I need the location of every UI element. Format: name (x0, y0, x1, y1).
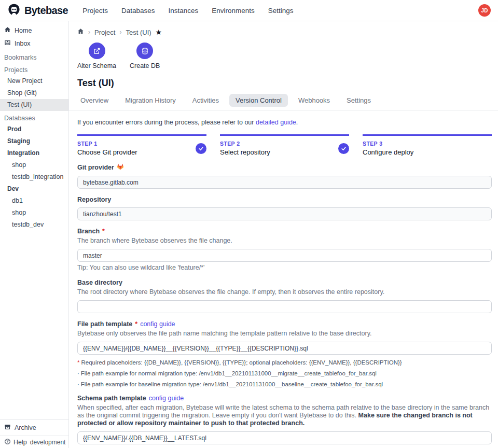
breadcrumb-separator: › (119, 29, 121, 36)
sidebar-db-db1[interactable]: db1 (0, 195, 68, 207)
tab-version-control[interactable]: Version Control (229, 94, 288, 107)
help-button[interactable]: Help (4, 438, 27, 446)
sidebar-section-bookmarks: Bookmarks (0, 50, 68, 63)
tab-settings[interactable]: Settings (340, 94, 377, 107)
favorite-star-icon[interactable]: ★ (156, 28, 162, 36)
breadcrumb-separator: › (88, 29, 90, 36)
archive-icon (4, 424, 11, 432)
sidebar-item-new-project[interactable]: New Project (0, 75, 68, 87)
schema-path-template-input[interactable] (77, 431, 492, 444)
branch-tip: Tip: You can also use wildcard like 'fea… (77, 264, 492, 272)
check-circle-icon (196, 143, 206, 154)
git-provider-field: Git provider (77, 163, 492, 189)
quick-actions: Alter Schema Create DB (69, 36, 498, 69)
repository-input[interactable] (77, 207, 492, 220)
sidebar-item-home[interactable]: Home (0, 24, 68, 37)
sidebar-item-archive[interactable]: Archive (0, 419, 68, 436)
sidebar-db-shop-dev[interactable]: shop (0, 207, 68, 219)
file-path-note-required: *Required placeholders: {{DB_NAME}}, {{V… (77, 359, 492, 366)
sidebar-db-testdb-dev[interactable]: testdb_dev (0, 219, 68, 231)
nav-link-environments[interactable]: Environments (212, 7, 255, 15)
schema-path-template-field: Schema path template config guide When s… (77, 395, 492, 448)
file-path-template-input[interactable] (77, 342, 492, 355)
breadcrumb-project-link[interactable]: Project (94, 29, 115, 36)
base-directory-input[interactable] (77, 300, 492, 313)
gitlab-icon (117, 163, 124, 172)
alter-schema-button[interactable]: Alter Schema (77, 43, 116, 69)
sidebar-section-projects: Projects (0, 63, 68, 75)
breadcrumb-home-icon[interactable] (77, 28, 84, 36)
edit-icon (89, 43, 105, 59)
help-icon (4, 438, 11, 446)
nav-link-databases[interactable]: Databases (121, 7, 155, 15)
sidebar-item-shop-git[interactable]: Shop (Git) (0, 87, 68, 99)
file-path-note-example-1: ·File path example for normal migration … (77, 370, 492, 376)
top-navbar: Bytebase Projects Databases Instances En… (0, 0, 498, 21)
sidebar-item-inbox[interactable]: Inbox (0, 37, 68, 50)
sidebar-db-shop-integration[interactable]: shop (0, 159, 68, 171)
tab-bar: Overview Migration History Activities Ve… (69, 89, 498, 110)
inbox-icon (4, 39, 11, 48)
nav-links: Projects Databases Instances Environment… (82, 7, 293, 15)
sidebar-section-databases: Databases (0, 111, 68, 123)
repository-field: Repository (77, 196, 492, 220)
database-icon (136, 43, 153, 59)
breadcrumb-current[interactable]: Test (UI) (126, 29, 151, 36)
branch-field: Branch * The branch where Bytebase obser… (77, 228, 492, 272)
bytebase-logo[interactable]: Bytebase (7, 3, 68, 18)
sidebar-env-dev[interactable]: Dev (0, 183, 68, 195)
nav-link-instances[interactable]: Instances (168, 7, 198, 15)
main-content: › Project › Test (UI) ★ Alter Schema Cre… (69, 21, 498, 448)
bytebase-logo-icon (7, 3, 21, 18)
file-path-template-field: File path template * config guide Byteba… (77, 320, 492, 387)
tab-overview[interactable]: Overview (74, 94, 115, 107)
version-control-panel: If you encounter errors during the proce… (69, 110, 498, 448)
check-circle-icon (338, 143, 349, 154)
file-path-note-example-2: ·File path example for baseline migratio… (77, 381, 492, 387)
page-title: Test (UI) (69, 69, 498, 89)
sidebar-db-testdb-integration[interactable]: testdb_integration (0, 171, 68, 183)
stepper: STEP 1 Choose Git provider STEP 2 Select… (77, 134, 492, 156)
sidebar-env-staging[interactable]: Staging (0, 135, 68, 147)
detailed-guide-link[interactable]: detailed guide (256, 119, 296, 126)
error-notice: If you encounter errors during the proce… (77, 119, 492, 126)
tab-migration-history[interactable]: Migration History (119, 94, 182, 107)
sidebar-env-integration[interactable]: Integration (0, 147, 68, 159)
breadcrumb: › Project › Test (UI) ★ (69, 21, 498, 36)
sidebar-env-prod[interactable]: Prod (0, 123, 68, 135)
tab-activities[interactable]: Activities (186, 94, 225, 107)
home-icon (4, 26, 11, 35)
base-directory-field: Base directory The root directory where … (77, 279, 492, 313)
user-avatar[interactable]: JD (478, 4, 491, 17)
file-path-config-guide-link[interactable]: config guide (140, 320, 175, 328)
step-3: STEP 3 Configure deploy (363, 134, 492, 156)
step-1: STEP 1 Choose Git provider (77, 134, 206, 156)
nav-link-projects[interactable]: Projects (82, 7, 108, 15)
git-provider-input[interactable] (77, 176, 492, 189)
environment-badge: development (30, 439, 66, 446)
sidebar-item-test-ui[interactable]: Test (UI) (0, 99, 68, 111)
nav-link-settings[interactable]: Settings (268, 7, 294, 15)
sidebar-footer: Help development (0, 436, 68, 448)
tab-webhooks[interactable]: Webhooks (292, 94, 336, 107)
sidebar: Home Inbox Bookmarks Projects New Projec… (0, 21, 69, 448)
step-2: STEP 2 Select repository (220, 134, 349, 156)
schema-path-config-guide-link[interactable]: config guide (149, 395, 184, 402)
branch-input[interactable] (77, 249, 492, 262)
create-db-button[interactable]: Create DB (130, 43, 160, 69)
brand-name: Bytebase (24, 5, 68, 17)
